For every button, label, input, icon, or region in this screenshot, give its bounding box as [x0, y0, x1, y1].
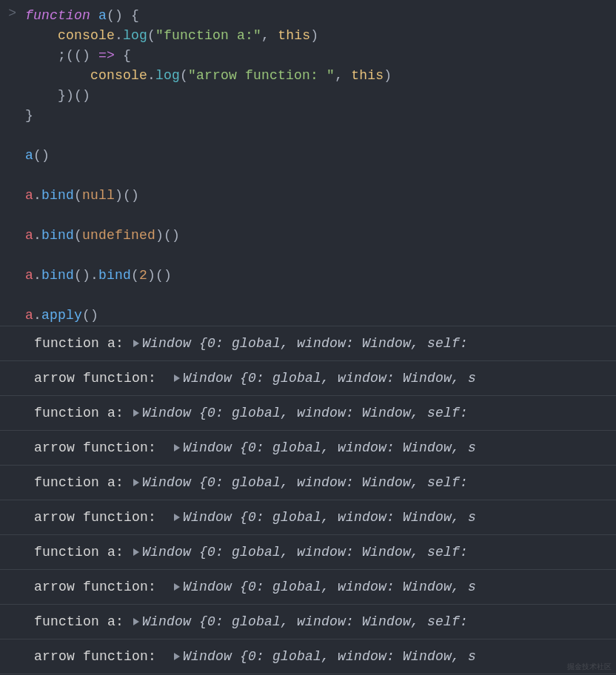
console-input-block: > function a() { console.log("function a… [0, 0, 616, 326]
output-label: arrow function: [34, 510, 173, 525]
output-label: function a: [34, 475, 132, 490]
devtools-console: > function a() { console.log("function a… [0, 0, 616, 675]
expand-triangle-icon[interactable] [133, 548, 139, 556]
console-output-row[interactable]: function a: Window {0: global, window: W… [0, 605, 616, 639]
console-output-row[interactable]: function a: Window {0: global, window: W… [0, 396, 616, 431]
console-output-row[interactable]: arrow function: Window {0: global, windo… [0, 431, 616, 466]
output-label: function a: [34, 614, 132, 629]
expand-triangle-icon[interactable] [133, 479, 139, 486]
console-output-row[interactable]: function a: Window {0: global, window: W… [0, 535, 616, 570]
expand-triangle-icon[interactable] [174, 514, 180, 521]
console-output-row[interactable]: arrow function: Window {0: global, windo… [0, 639, 616, 674]
output-object-repr[interactable]: Window {0: global, window: Window, self: [142, 545, 468, 560]
expand-triangle-icon[interactable] [174, 583, 180, 591]
expand-triangle-icon[interactable] [133, 409, 139, 417]
output-object-repr[interactable]: Window {0: global, window: Window, s [183, 649, 476, 664]
expand-triangle-icon[interactable] [174, 444, 180, 451]
console-output-row[interactable]: function a: Window {0: global, window: W… [0, 326, 616, 361]
output-label: arrow function: [34, 440, 173, 455]
output-label: arrow function: [34, 649, 173, 664]
output-label: function a: [34, 406, 132, 420]
output-object-repr[interactable]: Window {0: global, window: Window, self: [142, 406, 468, 420]
console-code-input[interactable]: function a() { console.log("function a:"… [25, 6, 616, 326]
watermark: 掘金技术社区 [567, 662, 612, 672]
output-label: function a: [34, 336, 132, 351]
output-object-repr[interactable]: Window {0: global, window: Window, s [183, 580, 476, 594]
output-object-repr[interactable]: Window {0: global, window: Window, self: [142, 614, 468, 629]
expand-triangle-icon[interactable] [133, 618, 139, 625]
output-label: arrow function: [34, 580, 173, 594]
output-object-repr[interactable]: Window {0: global, window: Window, s [183, 440, 476, 455]
prompt-icon: > [0, 6, 25, 326]
output-object-repr[interactable]: Window {0: global, window: Window, self: [142, 336, 468, 351]
output-object-repr[interactable]: Window {0: global, window: Window, s [183, 510, 476, 525]
expand-triangle-icon[interactable] [133, 340, 139, 347]
console-output-row[interactable]: function a: Window {0: global, window: W… [0, 466, 616, 500]
expand-triangle-icon[interactable] [174, 375, 180, 382]
output-label: arrow function: [34, 371, 173, 386]
console-output: function a: Window {0: global, window: W… [0, 326, 616, 674]
console-output-row[interactable]: arrow function: Window {0: global, windo… [0, 361, 616, 396]
output-object-repr[interactable]: Window {0: global, window: Window, s [183, 371, 476, 386]
console-output-row[interactable]: arrow function: Window {0: global, windo… [0, 500, 616, 535]
output-object-repr[interactable]: Window {0: global, window: Window, self: [142, 475, 468, 490]
output-label: function a: [34, 545, 132, 560]
expand-triangle-icon[interactable] [174, 653, 180, 660]
console-output-row[interactable]: arrow function: Window {0: global, windo… [0, 570, 616, 605]
